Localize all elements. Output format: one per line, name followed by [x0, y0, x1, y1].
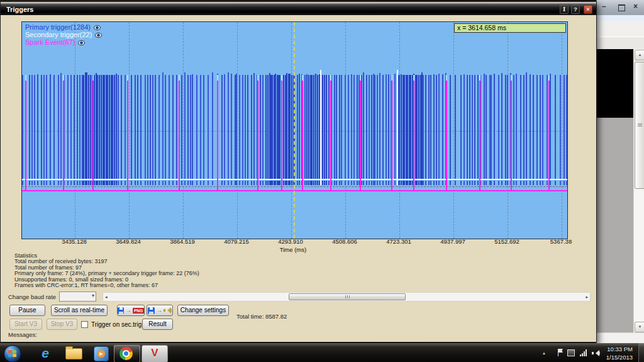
- thumb-grip-icon: [345, 295, 350, 298]
- start-button[interactable]: [4, 345, 21, 362]
- frame-tick: [29, 181, 30, 185]
- bg-close-icon[interactable]: ×: [633, 2, 638, 11]
- change-settings-button[interactable]: Change settings: [177, 305, 229, 316]
- total-time-label: Total time: 8587.82: [236, 313, 287, 320]
- scroll-down-icon[interactable]: ▼: [635, 322, 644, 332]
- frame-tick: [22, 181, 23, 185]
- frame-tick: [79, 181, 80, 185]
- primary-trigger-line: [190, 75, 191, 179]
- frame-tick: [442, 181, 443, 185]
- save-audio-button[interactable]: →: [147, 305, 173, 316]
- frame-tick: [200, 181, 201, 185]
- show-desktop-button[interactable]: [638, 343, 644, 362]
- primary-trigger-line: [438, 74, 440, 179]
- primary-trigger-line: [433, 74, 435, 179]
- bg-minimize-icon[interactable]: –: [602, 2, 606, 11]
- primary-trigger-line: [322, 75, 323, 179]
- taskbar-item-explorer[interactable]: [60, 346, 86, 361]
- volume-icon[interactable]: [592, 349, 600, 357]
- x-tick-label: 4293.910: [272, 238, 309, 245]
- trigger-sec-checkbox[interactable]: [81, 321, 88, 328]
- legend-label: Primary trigger(1284): [25, 23, 91, 31]
- frame-tick: [176, 181, 177, 185]
- bg-scrollbar-thumb[interactable]: [635, 62, 644, 189]
- hscrollbar-thumb[interactable]: [289, 293, 406, 300]
- scroll-up-icon[interactable]: ▲: [635, 50, 644, 60]
- plot-hscrollbar[interactable]: ◂ ▸: [103, 292, 591, 302]
- primary-trigger-line: [540, 75, 541, 179]
- frame-tick: [74, 181, 75, 185]
- scroll-realtime-button[interactable]: Scroll as real-time: [51, 305, 108, 316]
- primary-trigger-line: [99, 75, 100, 179]
- trigger-plot[interactable]: Primary trigger(1284)Secondary trigger(2…: [21, 21, 568, 239]
- eye-icon[interactable]: [78, 40, 85, 45]
- spark-tip: [548, 75, 550, 81]
- network-icon[interactable]: [579, 349, 587, 356]
- frame-tick: [317, 181, 318, 185]
- scroll-right-icon[interactable]: ▸: [586, 294, 588, 300]
- legend-item[interactable]: Spark Event(67): [25, 38, 102, 46]
- taskbar-item-media-player[interactable]: ▶: [88, 346, 113, 361]
- bg-toolbar: [597, 21, 644, 37]
- primary-trigger-line: [308, 75, 309, 179]
- spark-tip: [217, 75, 218, 81]
- frame-tick: [172, 181, 174, 185]
- tray-clock[interactable]: 10:33 PM 1/15/2013: [606, 345, 633, 361]
- legend-item[interactable]: Secondary trigger(22): [25, 31, 102, 38]
- primary-trigger-line: [247, 75, 248, 179]
- rollup-button[interactable]: I: [560, 5, 569, 14]
- taskbar-item-active-app[interactable]: V: [142, 345, 168, 362]
- primary-trigger-line: [566, 75, 567, 179]
- background-window[interactable]: – × ▲ ▼: [596, 0, 644, 343]
- bg-restore-icon[interactable]: [618, 4, 625, 11]
- pause-button[interactable]: Pause: [9, 305, 45, 316]
- primary-trigger-line: [460, 75, 462, 179]
- primary-trigger-line: [526, 72, 527, 179]
- action-center-flag-icon[interactable]: [558, 349, 563, 353]
- frame-tick: [469, 181, 470, 185]
- stop-v3-button[interactable]: Stop V3: [47, 319, 77, 330]
- primary-trigger-line: [304, 75, 306, 179]
- taskbar-item-chrome[interactable]: [114, 345, 140, 362]
- close-button[interactable]: ×: [584, 5, 592, 14]
- start-v3-button[interactable]: Start V3: [9, 319, 42, 330]
- baud-rate-dropdown[interactable]: ▾: [59, 291, 96, 302]
- eye-icon[interactable]: [94, 25, 101, 30]
- frame-tick: [450, 181, 451, 185]
- result-button[interactable]: Result: [142, 319, 173, 330]
- save-png-button[interactable]: →PNG: [117, 305, 145, 316]
- play-icon: ▶: [97, 350, 105, 358]
- tray-app-icon[interactable]: [567, 349, 575, 356]
- frame-tick: [324, 181, 325, 185]
- primary-trigger-line: [334, 75, 335, 179]
- primary-trigger-line: [41, 75, 42, 179]
- primary-trigger-line: [536, 75, 538, 179]
- eye-icon[interactable]: [95, 33, 102, 38]
- frame-tick: [377, 181, 378, 185]
- frame-tick: [379, 181, 380, 185]
- frame-tick: [121, 181, 122, 185]
- spark-tip: [25, 75, 26, 81]
- frame-tick: [88, 181, 89, 185]
- frame-tick: [530, 181, 531, 185]
- x-tick-label: 4079.215: [218, 238, 255, 245]
- primary-trigger-line: [112, 75, 113, 179]
- action-center-icon[interactable]: [558, 349, 558, 356]
- x-tick-label: 4937.997: [434, 238, 472, 245]
- primary-trigger-line: [114, 75, 115, 179]
- primary-trigger-line: [228, 72, 229, 179]
- primary-trigger-line: [382, 75, 384, 179]
- primary-trigger-line: [472, 75, 473, 179]
- primary-trigger-line: [369, 75, 370, 179]
- hidden-icons-button[interactable]: ▲: [542, 351, 546, 355]
- legend-item[interactable]: Primary trigger(1284): [25, 23, 102, 31]
- bg-vertical-scrollbar[interactable]: ▲ ▼: [633, 49, 644, 332]
- scroll-left-icon[interactable]: ◂: [105, 294, 108, 300]
- legend-label: Spark Event(67): [25, 38, 75, 46]
- titlebar[interactable]: Triggers I ? ×: [1, 4, 596, 15]
- frame-tick: [46, 181, 47, 185]
- taskbar-item-ie[interactable]: e: [33, 346, 58, 361]
- help-button[interactable]: ?: [571, 5, 580, 14]
- spark-tip: [391, 75, 392, 81]
- primary-trigger-line: [416, 75, 418, 179]
